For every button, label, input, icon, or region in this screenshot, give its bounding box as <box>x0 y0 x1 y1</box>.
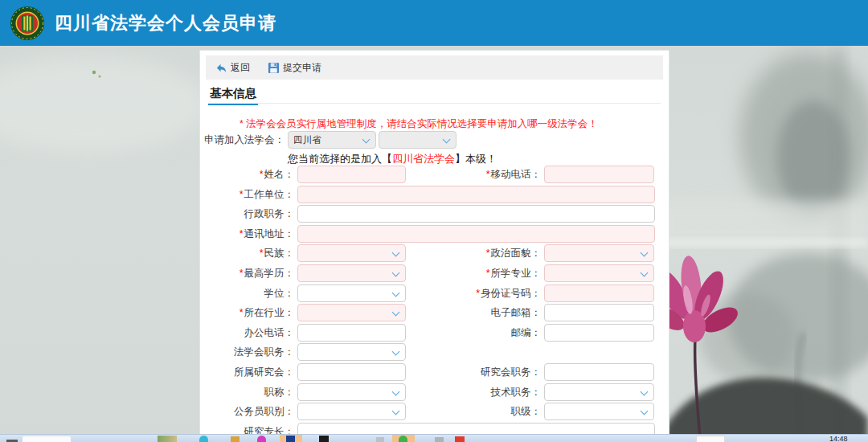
form-panel: 返回 提交申请 基本信息 * 法学会会员实行属地管理制度，请结合实际情况选择要申… <box>199 50 669 437</box>
technical-position-select[interactable] <box>544 383 654 401</box>
taskbar-clock: 14:48 <box>829 435 848 442</box>
major-label: *所学专业： <box>409 264 541 282</box>
postal-code-label: 邮编： <box>409 324 541 342</box>
highest-education-select[interactable] <box>297 264 406 282</box>
chevron-down-icon <box>392 387 400 395</box>
chevron-down-icon <box>362 136 371 144</box>
toolbar: 返回 提交申请 <box>206 55 663 80</box>
chevron-down-icon <box>641 249 649 257</box>
application-window: 四川省法学会个人会员申请 返回 <box>0 0 868 442</box>
required-star: * <box>476 288 480 299</box>
email-input[interactable] <box>544 304 654 321</box>
current-selection-suffix: 】本级！ <box>455 153 497 165</box>
required-star: * <box>240 268 244 279</box>
professional-title-label: 职称： <box>200 383 294 401</box>
chevron-down-icon <box>392 289 400 297</box>
app-header: 四川省法学会个人会员申请 <box>0 0 868 46</box>
taskbar-app-icon <box>257 436 266 442</box>
professional-title-select[interactable] <box>297 383 406 401</box>
political-status-label: *政治面貌： <box>409 244 541 262</box>
id-number-input[interactable] <box>544 284 654 302</box>
submit-application-button[interactable]: 提交申请 <box>264 59 325 76</box>
chevron-down-icon <box>392 309 400 317</box>
chevron-down-icon <box>392 407 400 415</box>
chevron-down-icon <box>641 407 649 415</box>
admin-position-input[interactable] <box>297 205 655 223</box>
taskbar-app-icon <box>286 436 295 442</box>
degree-label: 学位： <box>200 284 294 302</box>
law-society-position-select[interactable] <box>297 343 406 361</box>
law-society-logo-icon <box>10 6 45 41</box>
work-unit-input[interactable] <box>297 186 655 203</box>
required-star: * <box>240 189 244 200</box>
law-society-position-label: 法学会职务： <box>200 343 294 361</box>
name-input[interactable] <box>297 166 406 183</box>
taskbar-app-icon <box>435 437 444 442</box>
form-row: *最高学历：*所学专业： <box>200 264 669 282</box>
required-star: * <box>260 169 264 180</box>
form-row: 法学会职务： <box>200 343 669 361</box>
taskbar-app-icon <box>231 436 240 442</box>
chevron-down-icon <box>443 136 451 144</box>
form-row: 所属研究会：研究会职务： <box>200 363 669 381</box>
required-star: * <box>486 268 490 279</box>
research-society-position-label: 研究会职务： <box>409 363 541 381</box>
industry-label: *所在行业： <box>200 304 294 321</box>
city-select[interactable] <box>379 131 457 149</box>
postal-code-input[interactable] <box>544 324 654 342</box>
chevron-down-icon <box>641 269 649 277</box>
political-status-select[interactable] <box>544 244 654 262</box>
province-select-value: 四川省 <box>293 135 321 145</box>
province-select[interactable]: 四川省 <box>288 131 376 149</box>
form-row: 行政职务： <box>200 205 669 223</box>
technical-position-label: 技术职务： <box>409 383 541 401</box>
required-star: * <box>486 248 490 259</box>
work-unit-label: *工作单位： <box>200 186 294 203</box>
save-icon <box>268 62 280 74</box>
page-title: 四川省法学会个人会员申请 <box>55 11 276 35</box>
section-header: 基本信息 <box>208 86 661 105</box>
email-label: 电子邮箱： <box>409 304 541 321</box>
major-select[interactable] <box>544 264 654 282</box>
degree-select[interactable] <box>297 284 406 302</box>
required-star: * <box>240 228 244 239</box>
office-phone-label: 办公电话： <box>200 324 294 342</box>
form-row: *民族：*政治面貌： <box>200 244 669 262</box>
admin-position-label: 行政职务： <box>200 205 294 223</box>
ethnicity-label: *民族： <box>200 244 294 262</box>
form-row: 公务员职别：职级： <box>200 403 669 420</box>
form-row: 学位：*身份证号码： <box>200 284 669 302</box>
form-row: 办公电话：邮编： <box>200 324 669 342</box>
form-row: *所在行业：电子邮箱： <box>200 304 669 321</box>
form-row: *工作单位： <box>200 186 669 203</box>
civil-servant-category-select[interactable] <box>297 403 406 420</box>
ethnicity-select[interactable] <box>297 244 406 262</box>
back-button[interactable]: 返回 <box>212 59 253 76</box>
rank-select[interactable] <box>544 403 654 420</box>
taskbar-app-icon <box>376 437 384 442</box>
current-selection-prefix: 您当前选择的是加入【 <box>288 153 392 165</box>
industry-select[interactable] <box>297 304 406 321</box>
required-star: * <box>240 307 244 318</box>
id-number-label: *身份证号码： <box>409 284 541 302</box>
chevron-down-icon <box>392 249 400 257</box>
taskbar-search-box <box>23 436 71 442</box>
mailing-address-input[interactable] <box>297 225 655 243</box>
taskbar-app-icon <box>399 436 407 442</box>
research-society-position-input[interactable] <box>544 363 654 381</box>
office-phone-input[interactable] <box>297 324 406 342</box>
rank-label: 职级： <box>409 403 541 420</box>
mobile-phone-input[interactable] <box>544 166 654 183</box>
windows-taskbar[interactable]: 14:48 <box>0 434 868 442</box>
form-row: *姓名：*移动电话： <box>200 166 669 183</box>
section-divider <box>208 103 661 104</box>
current-selection-text: 您当前选择的是加入【四川省法学会】本级！ <box>288 152 497 166</box>
chevron-down-icon <box>641 387 649 395</box>
join-society-row: 申请加入法学会： 四川省 <box>200 131 669 149</box>
taskbar-app-icon <box>319 436 329 442</box>
back-arrow-icon <box>215 62 227 74</box>
mailing-address-label: *通讯地址： <box>200 225 294 243</box>
research-society-input[interactable] <box>297 363 406 381</box>
taskbar-app-icon <box>199 436 208 442</box>
form-rows: *姓名：*移动电话：*工作单位：行政职务：*通讯地址：*民族：*政治面貌：*最高… <box>200 166 669 442</box>
